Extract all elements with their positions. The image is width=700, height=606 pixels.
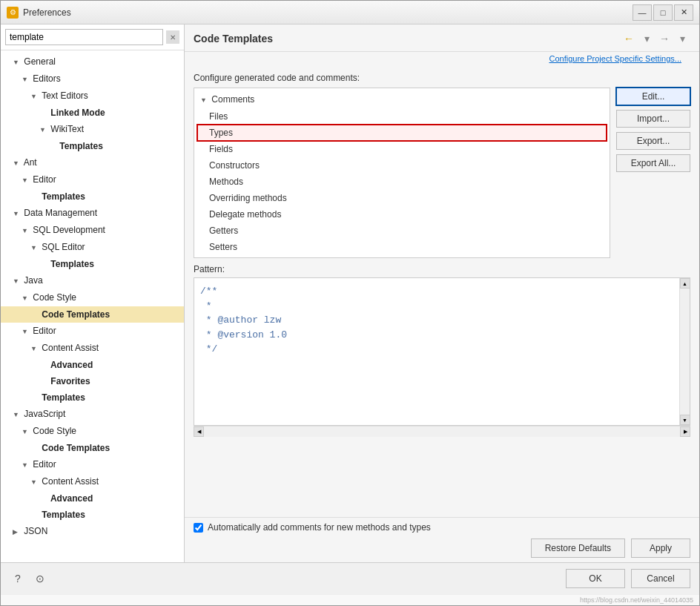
template-item-code[interactable]: ▶ Code (197, 255, 607, 258)
help-icon[interactable]: ? (10, 570, 26, 587)
scroll-up-button[interactable]: ▲ (680, 278, 690, 289)
template-item-label-fields: Fields (209, 144, 233, 154)
maximize-button[interactable]: □ (653, 4, 673, 21)
sidebar-item-sql-editor[interactable]: ▼ SQL Editor (1, 239, 184, 256)
sidebar-item-label-favorites: Favorites (50, 376, 90, 386)
template-item-getters[interactable]: Getters (197, 223, 607, 239)
sidebar-item-content-assist-java[interactable]: ▼ Content Assist (1, 340, 184, 357)
sidebar-item-templates-sql[interactable]: Templates (1, 256, 184, 272)
right-header: Code Templates ← ▾ → ▾ (185, 24, 699, 52)
expand-arrow-content-assist-java: ▼ (30, 342, 38, 355)
expand-arrow-editor-js: ▼ (22, 458, 29, 472)
apply-button[interactable]: Apply (631, 539, 690, 558)
sidebar-item-text-editors[interactable]: ▼ Text Editors (1, 88, 184, 105)
bottom-buttons: Restore Defaults Apply (194, 539, 690, 558)
sidebar-item-editor-java[interactable]: ▼ Editor (1, 323, 184, 340)
sidebar-item-label-code-templates-js: Code Templates (42, 443, 110, 453)
expand-arrow-json: ▶ (13, 525, 20, 539)
scroll-left-button[interactable]: ◀ (194, 426, 204, 437)
sidebar-item-advanced-js[interactable]: Advanced (1, 490, 184, 507)
export-button[interactable]: Export... (616, 132, 690, 150)
sidebar-item-java[interactable]: ▼ Java (1, 272, 184, 289)
sidebar-item-label-sql-development: SQL Development (33, 225, 105, 235)
sidebar-item-data-management[interactable]: ▼ Data Management (1, 205, 184, 222)
sidebar-item-code-style-js[interactable]: ▼ Code Style (1, 423, 184, 440)
sidebar-item-label-ant: Ant (24, 157, 37, 168)
scroll-right-button[interactable]: ▶ (680, 426, 690, 437)
sidebar-item-favorites[interactable]: Favorites (1, 373, 184, 389)
close-button[interactable]: ✕ (674, 4, 693, 21)
restore-defaults-button[interactable]: Restore Defaults (531, 539, 625, 558)
sidebar-item-editors[interactable]: ▼ Editors (1, 70, 184, 88)
template-item-overriding-methods[interactable]: Overriding methods (197, 190, 607, 206)
search-clear-button[interactable]: ✕ (166, 30, 179, 44)
sidebar-item-templates-wikitext[interactable]: Templates (1, 138, 184, 154)
template-item-label-delegate-methods: Delegate methods (209, 209, 281, 220)
sidebar-item-code-templates-js[interactable]: Code Templates (1, 440, 184, 456)
back-nav-icon[interactable]: ← (621, 30, 637, 47)
sidebar-item-content-assist-js[interactable]: ▼ Content Assist (1, 473, 184, 490)
sidebar-item-label-javascript: JavaScript (24, 409, 65, 419)
template-item-comments[interactable]: ▼ Comments (197, 91, 607, 108)
sidebar-item-json[interactable]: ▶ JSON (1, 523, 184, 540)
expand-arrow-javascript: ▼ (13, 408, 20, 421)
expand-arrow-dm: ▼ (13, 207, 20, 220)
template-item-label-setters: Setters (209, 242, 237, 252)
back-dropdown-icon[interactable]: ▾ (638, 30, 655, 47)
export-all-button[interactable]: Export All... (616, 154, 690, 172)
sidebar-item-editor-ant[interactable]: ▼ Editor (1, 171, 184, 188)
forward-nav-icon[interactable]: → (656, 30, 673, 47)
template-tree: ▼ Comments Files Types Fields (194, 88, 610, 258)
expand-arrow-code-style-java: ▼ (22, 292, 29, 305)
sidebar-item-templates-js[interactable]: Templates (1, 507, 184, 523)
horizontal-scroll-track[interactable] (204, 426, 680, 437)
app-icon: ⚙ (7, 7, 19, 19)
search-input[interactable] (5, 29, 163, 45)
template-item-label-overriding-methods: Overriding methods (209, 193, 287, 203)
sidebar-item-general[interactable]: ▼ General (1, 53, 184, 70)
sidebar-item-label-text-editors: Text Editors (42, 90, 88, 101)
template-item-delegate-methods[interactable]: Delegate methods (197, 206, 607, 223)
expand-arrow-code: ▶ (200, 257, 208, 258)
import-button[interactable]: Import... (616, 110, 690, 128)
pattern-editor-content[interactable]: /** * * @author lzw * @version 1.0 */ (194, 278, 690, 425)
footer-right: OK Cancel (566, 569, 690, 588)
scroll-down-button[interactable]: ▼ (680, 415, 690, 425)
sidebar-item-code-style-java[interactable]: ▼ Code Style (1, 289, 184, 306)
expand-arrow-sqle: ▼ (30, 241, 38, 254)
minimize-button[interactable]: — (633, 4, 652, 21)
sidebar-item-javascript[interactable]: ▼ JavaScript (1, 406, 184, 423)
edit-button[interactable]: Edit... (616, 88, 690, 105)
sidebar-item-editor-js[interactable]: ▼ Editor (1, 456, 184, 473)
forward-dropdown-icon[interactable]: ▾ (674, 30, 690, 47)
sidebar-item-label-linked-mode: Linked Mode (50, 108, 105, 118)
sidebar-item-templates-ant[interactable]: Templates (1, 188, 184, 205)
bottom-section: Automatically add comments for new metho… (185, 517, 699, 562)
sidebar-item-advanced-ca[interactable]: Advanced (1, 357, 184, 373)
content-area: Configure generated code and comments: ▼… (185, 67, 699, 517)
template-tree-area: ▼ Comments Files Types Fields (194, 88, 690, 258)
ok-button[interactable]: OK (566, 569, 625, 588)
template-item-setters[interactable]: Setters (197, 239, 607, 255)
configure-label: Configure generated code and comments: (194, 73, 690, 83)
template-item-constructors[interactable]: Constructors (197, 157, 607, 174)
sidebar-item-wikitext[interactable]: ▼ WikiText (1, 121, 184, 138)
title-controls: — □ ✕ (633, 4, 693, 21)
sidebar-item-linked-mode[interactable]: Linked Mode (1, 105, 184, 121)
template-item-files[interactable]: Files (197, 108, 607, 125)
sidebar-item-label-editor-ant: Editor (33, 174, 56, 185)
cancel-button[interactable]: Cancel (631, 569, 690, 588)
auto-comments-checkbox[interactable] (194, 523, 203, 533)
configure-project-link[interactable]: Configure Project Specific Settings... (540, 51, 690, 66)
template-item-methods[interactable]: Methods (197, 174, 607, 190)
sidebar-item-templates-java[interactable]: Templates (1, 389, 184, 406)
template-item-fields[interactable]: Fields (197, 141, 607, 157)
expand-arrow-java: ▼ (13, 274, 20, 288)
sidebar-item-sql-development[interactable]: ▼ SQL Development (1, 222, 184, 239)
template-item-types[interactable]: Types (197, 125, 607, 141)
template-item-label-comments: Comments (211, 94, 254, 105)
preferences-icon[interactable]: ⊙ (32, 570, 48, 587)
sidebar-item-ant[interactable]: ▼ Ant (1, 154, 184, 171)
template-item-label-getters: Getters (209, 225, 238, 236)
sidebar-item-code-templates-java[interactable]: Code Templates (1, 306, 184, 323)
